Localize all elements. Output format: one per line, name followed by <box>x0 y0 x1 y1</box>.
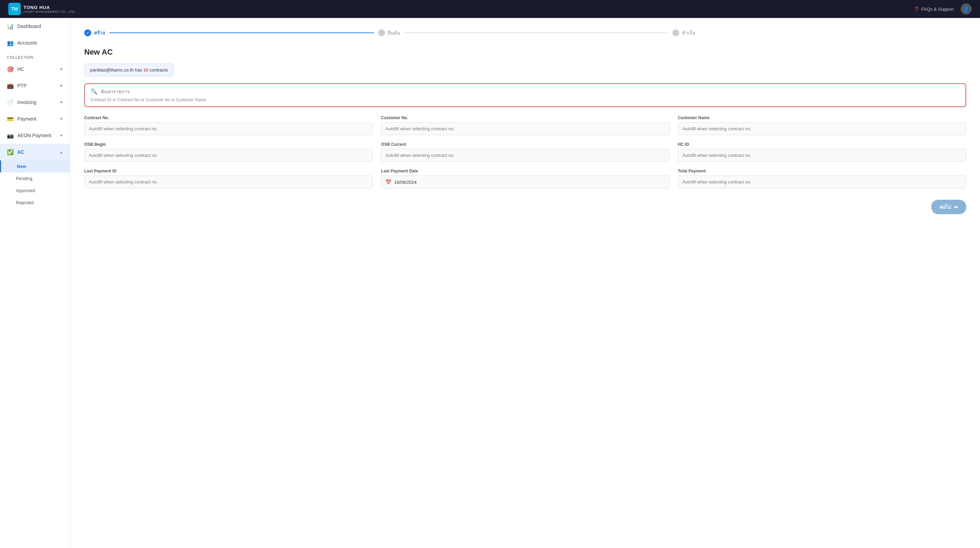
search-hint: Contract ID or Contract No or Customer N… <box>91 97 960 102</box>
input-customer-no[interactable] <box>381 122 669 135</box>
sidebar-sub-rejected-label: Rejected <box>16 200 33 205</box>
info-banner: pantitas@thamc.co.th has 10 contracts <box>84 64 174 76</box>
step-confirm-circle <box>378 29 385 36</box>
nav-right: ❓ FAQs & Support 👤 <box>914 3 972 14</box>
field-osb-current: OSB Current <box>381 142 669 162</box>
next-button-label: ต่อไป <box>940 203 951 211</box>
sidebar-label-ac: AC <box>17 149 56 155</box>
step-confirm-label: ยืนยัน <box>378 29 400 37</box>
label-hc-id: HC ID <box>678 142 966 147</box>
top-nav: TH TONG HUA ASSET MANAGEMENT CO., LTD. ❓… <box>0 0 980 18</box>
sidebar-item-accounts[interactable]: 👥 Accounts <box>0 35 70 51</box>
stepper: ✓ สร้าง ยืนยัน สำเร็จ <box>84 29 966 37</box>
dashboard-icon: 📊 <box>7 23 14 30</box>
sidebar-sub-new[interactable]: New <box>0 160 70 172</box>
field-customer-no: Customer No. <box>381 115 669 135</box>
sidebar-label-accounts: Accounts <box>17 40 63 46</box>
sidebar-sub-pending-label: Pending <box>16 176 32 181</box>
label-customer-name: Customer Name <box>678 115 966 120</box>
page-title: New AC <box>84 48 966 57</box>
step-success: สำเร็จ <box>672 29 966 37</box>
support-label: FAQs & Support <box>921 6 954 12</box>
hc-icon: 🎯 <box>7 66 14 73</box>
step-success-text: สำเร็จ <box>682 29 695 37</box>
step-line-1 <box>109 32 374 33</box>
logo-text-block: TONG HUA ASSET MANAGEMENT CO., LTD. <box>24 5 76 13</box>
step-create-circle: ✓ <box>84 29 91 36</box>
search-input[interactable] <box>101 89 960 94</box>
logo-icon: TH <box>8 3 21 15</box>
ac-icon: ✅ <box>7 148 14 156</box>
calendar-icon: 📅 <box>385 179 391 185</box>
next-arrow-icon: ➡ <box>954 204 958 210</box>
field-hc-id: HC ID <box>678 142 966 162</box>
banner-count: 10 <box>143 67 148 73</box>
sidebar-item-ptp[interactable]: 💼 PTP ▼ <box>0 77 70 94</box>
sidebar-label-payment: Payment <box>17 116 56 122</box>
step-line-2 <box>404 32 668 33</box>
ptp-icon: 💼 <box>7 82 14 89</box>
sidebar-label-ptp: PTP <box>17 83 56 88</box>
user-avatar[interactable]: 👤 <box>961 3 972 14</box>
logo-subtext: ASSET MANAGEMENT CO., LTD. <box>24 10 76 13</box>
payment-icon: 💳 <box>7 115 14 122</box>
sidebar-sub-rejected[interactable]: Rejected <box>0 197 70 209</box>
step-create-label: ✓ สร้าง <box>84 29 105 37</box>
logo: TH TONG HUA ASSET MANAGEMENT CO., LTD. <box>8 3 76 15</box>
banner-suffix: contracts <box>150 67 168 73</box>
sidebar-item-ac[interactable]: ✅ AC ▲ <box>0 144 70 160</box>
form-grid: Contract No. Customer No. Customer Name … <box>84 115 966 189</box>
step-success-label: สำเร็จ <box>672 29 695 37</box>
payment-chevron-icon: ▼ <box>59 117 63 121</box>
aeon-chevron-icon: ▼ <box>59 133 63 137</box>
support-link[interactable]: ❓ FAQs & Support <box>914 6 954 12</box>
collection-section-label: Collection <box>0 51 70 61</box>
question-icon: ❓ <box>914 6 919 12</box>
step-confirm: ยืนยัน <box>378 29 672 37</box>
ac-chevron-icon: ▲ <box>59 150 63 154</box>
input-customer-name[interactable] <box>678 122 966 135</box>
label-last-payment-date: Last Payment Date <box>381 169 669 174</box>
label-total-payment: Total Payment <box>678 169 966 174</box>
step-create: ✓ สร้าง <box>84 29 378 37</box>
search-box: 🔍 Contract ID or Contract No or Customer… <box>84 83 966 107</box>
invoicing-chevron-icon: ▼ <box>59 100 63 104</box>
input-last-payment-id[interactable] <box>84 175 372 188</box>
sidebar-sub-approved-label: Approved <box>16 188 35 193</box>
label-customer-no: Customer No. <box>381 115 669 120</box>
main-content: ✓ สร้าง ยืนยัน สำเร็จ New AC <box>70 18 980 548</box>
input-hc-id[interactable] <box>678 149 966 162</box>
invoicing-icon: 📄 <box>7 99 14 106</box>
input-osb-begin[interactable] <box>84 149 372 162</box>
sidebar-label-hc: HC <box>17 66 56 72</box>
next-button[interactable]: ต่อไป ➡ <box>931 200 966 214</box>
sidebar-item-invoicing[interactable]: 📄 Invoicing ▼ <box>0 94 70 111</box>
input-total-payment[interactable] <box>678 175 966 188</box>
sidebar-sub-pending[interactable]: Pending <box>0 172 70 185</box>
ptp-chevron-icon: ▼ <box>59 84 63 88</box>
date-value: 19/09/2024 <box>394 180 417 185</box>
label-osb-begin: OSB Begin <box>84 142 372 147</box>
field-customer-name: Customer Name <box>678 115 966 135</box>
label-last-payment-id: Last Payment ID <box>84 169 372 174</box>
sidebar-item-aeon-payment[interactable]: 📷 AEON Payment ▼ <box>0 127 70 144</box>
search-icon: 🔍 <box>91 88 97 95</box>
input-osb-current[interactable] <box>381 149 669 162</box>
accounts-icon: 👥 <box>7 40 14 46</box>
sidebar-label-invoicing: Invoicing <box>17 99 56 105</box>
sidebar-label-dashboard: Dashboard <box>17 24 63 29</box>
field-contract-no: Contract No. <box>84 115 372 135</box>
sidebar-item-dashboard[interactable]: 📊 Dashboard <box>0 18 70 35</box>
logo-text: TONG HUA <box>24 5 76 10</box>
sidebar: 📊 Dashboard 👥 Accounts Collection 🎯 HC ▼… <box>0 18 70 548</box>
aeon-icon: 📷 <box>7 132 14 139</box>
sidebar-item-payment[interactable]: 💳 Payment ▼ <box>0 111 70 127</box>
sidebar-item-hc[interactable]: 🎯 HC ▼ <box>0 61 70 77</box>
sidebar-sub-new-label: New <box>17 164 26 169</box>
date-input-wrap[interactable]: 📅 19/09/2024 <box>381 175 669 189</box>
sidebar-label-aeon: AEON Payment <box>17 133 56 138</box>
sidebar-sub-approved[interactable]: Approved <box>0 185 70 197</box>
banner-text: pantitas@thamc.co.th has <box>90 67 142 73</box>
step-success-circle <box>672 29 679 36</box>
input-contract-no[interactable] <box>84 122 372 135</box>
